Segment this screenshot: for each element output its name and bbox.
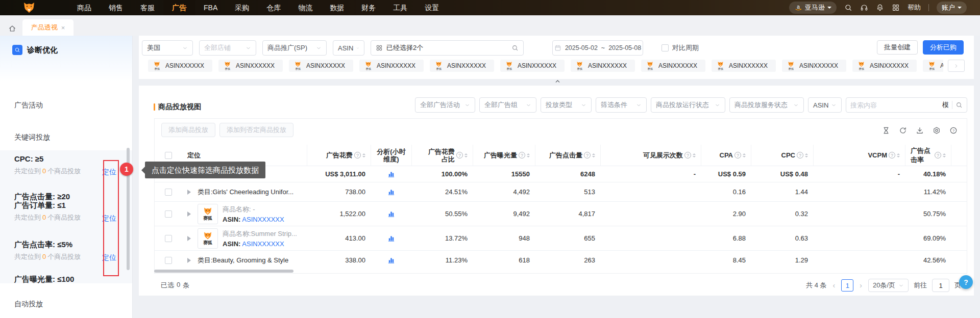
account-menu[interactable]: 账户: [937, 2, 967, 14]
add-negative-targeting-button[interactable]: 添加到否定商品投放: [219, 123, 293, 137]
nav-item-advertising[interactable]: 广告: [163, 0, 195, 15]
locate-link[interactable]: 定位: [102, 214, 116, 223]
asin-link[interactable]: ASINXXXXXX: [242, 216, 284, 223]
select-all-checkbox[interactable]: [165, 152, 172, 159]
nav-item-purchasing[interactable]: 采购: [226, 0, 258, 15]
row-checkbox[interactable]: [165, 235, 172, 242]
nav-item-sales[interactable]: 销售: [100, 0, 132, 15]
nav-item-tools[interactable]: 工具: [384, 0, 416, 15]
date-range-picker[interactable]: 2025-05-02 ~ 2025-05-08: [552, 40, 643, 56]
asin-chip[interactable]: 赛狐ASINXXXXXX: [430, 60, 494, 72]
batch-create-button[interactable]: 批量创建: [877, 40, 918, 55]
analyze-purchased-button[interactable]: 分析已购: [923, 40, 964, 55]
asin-chip[interactable]: 赛狐ASINXXXXXX: [571, 60, 635, 72]
sort-icon[interactable]: [592, 153, 595, 157]
expand-row-icon[interactable]: [187, 236, 193, 241]
shop-select[interactable]: 全部店铺: [199, 40, 256, 56]
search-input[interactable]: [850, 101, 939, 109]
close-icon[interactable]: ×: [61, 24, 65, 31]
asin-chip[interactable]: 赛狐ASINXXXXXX: [359, 60, 424, 72]
next-page-button[interactable]: ›: [859, 281, 863, 289]
expand-row-icon[interactable]: [187, 211, 193, 217]
asin-chip[interactable]: 赛狐ASINXXXXXX: [500, 60, 565, 72]
page-size-select[interactable]: 20条/页: [868, 279, 909, 292]
filter-criteria-select[interactable]: 筛选条件: [596, 97, 647, 113]
sort-icon[interactable]: [805, 153, 808, 157]
sort-icon[interactable]: [693, 153, 696, 157]
current-page-button[interactable]: 1: [841, 279, 853, 292]
chips-next-button[interactable]: [948, 60, 965, 72]
goto-page-input[interactable]: [932, 279, 949, 292]
notifications-bell-icon[interactable]: [876, 4, 884, 12]
asin-selected-box[interactable]: 已经选择2个: [371, 40, 524, 56]
asin-chip[interactable]: 赛狐ASINXXXXXX: [641, 60, 705, 72]
nav-item-warehouse[interactable]: 仓库: [258, 0, 289, 15]
add-product-targeting-button[interactable]: 添加商品投放: [161, 123, 215, 137]
nav-item-logistics[interactable]: 物流: [289, 0, 321, 15]
collapse-filterbar-notch[interactable]: [551, 78, 564, 85]
hourly-chart-icon[interactable]: [387, 170, 395, 178]
sort-icon[interactable]: [743, 153, 746, 157]
nav-item-products[interactable]: 商品: [68, 0, 100, 15]
hourly-chart-icon[interactable]: [387, 234, 395, 242]
help-fab-button[interactable]: ?: [959, 275, 973, 289]
row-checkbox[interactable]: [165, 257, 172, 264]
nav-item-fba[interactable]: FBA: [195, 0, 226, 15]
help-question-icon[interactable]: [949, 126, 958, 135]
home-icon[interactable]: [8, 24, 16, 33]
asin-chip[interactable]: 赛狐ASINXXXXXX: [923, 60, 943, 72]
asin-chip[interactable]: 赛狐ASINXXXXXX: [712, 60, 776, 72]
support-headset-icon[interactable]: [860, 4, 868, 12]
sort-icon[interactable]: [897, 153, 900, 157]
column-settings-gear-icon[interactable]: [933, 126, 941, 135]
nav-item-finance[interactable]: 财务: [353, 0, 384, 15]
search-icon[interactable]: [955, 101, 963, 109]
compare-checkbox[interactable]: [662, 44, 669, 51]
nav-item-data[interactable]: 数据: [321, 0, 353, 15]
ad-group-select[interactable]: 全部广告组: [479, 97, 536, 113]
hourly-chart-icon[interactable]: [387, 256, 395, 264]
country-select[interactable]: 美国: [142, 40, 193, 56]
sidebar-item-campaigns[interactable]: 广告活动: [14, 99, 43, 111]
asin-chip[interactable]: 赛狐ASINXXXXXX: [782, 60, 846, 72]
compare-period-option[interactable]: 对比周期: [662, 43, 699, 52]
sort-icon[interactable]: [943, 153, 946, 157]
row-checkbox[interactable]: [165, 210, 172, 218]
asin-chip[interactable]: 赛狐ASINXXXXXX: [218, 60, 283, 72]
nav-item-settings[interactable]: 设置: [416, 0, 448, 15]
locate-link[interactable]: 定位: [102, 168, 116, 177]
fuzzy-mode-toggle[interactable]: 模: [942, 100, 949, 110]
apps-grid-icon[interactable]: [892, 4, 900, 12]
search-field-select[interactable]: ASIN: [808, 97, 842, 113]
sidebar-item-keyword-targeting[interactable]: 关键词投放: [14, 131, 50, 143]
serving-status-select[interactable]: 商品投放服务状态: [729, 97, 804, 113]
hourly-chart-icon[interactable]: [387, 188, 395, 196]
locate-link[interactable]: 定位: [102, 253, 116, 262]
refresh-icon[interactable]: [899, 126, 907, 135]
asin-chip[interactable]: 赛狐ASINXXXXXX: [148, 60, 212, 72]
match-type-select[interactable]: ASIN: [333, 40, 364, 56]
row-checkbox[interactable]: [165, 189, 172, 196]
horizontal-scrollbar[interactable]: [154, 270, 293, 273]
nav-item-service[interactable]: 客服: [132, 0, 163, 15]
sort-icon[interactable]: [362, 153, 365, 157]
marketplace-switcher[interactable]: 亚马逊: [789, 2, 837, 14]
campaign-type-select[interactable]: 商品推广(SP): [262, 40, 327, 56]
tab-product-perspective[interactable]: 产品透视 ×: [22, 19, 74, 36]
hourly-chart-icon[interactable]: [387, 210, 395, 218]
targeting-type-select[interactable]: 投放类型: [541, 97, 592, 113]
history-hourglass-icon[interactable]: [882, 126, 890, 135]
asin-chip[interactable]: 赛狐ASINXXXXXX: [852, 60, 917, 72]
running-status-select[interactable]: 商品投放运行状态: [651, 97, 725, 113]
sort-icon[interactable]: [527, 153, 530, 157]
sort-icon[interactable]: [464, 153, 468, 157]
asin-link[interactable]: ASINXXXXXX: [242, 240, 284, 248]
download-icon[interactable]: [916, 126, 924, 135]
search-icon[interactable]: [844, 4, 852, 12]
sidebar-item-auto-targeting[interactable]: 自动投放: [14, 298, 43, 310]
search-icon[interactable]: [511, 44, 519, 51]
asin-chip[interactable]: 赛狐ASINXXXXXX: [289, 60, 353, 72]
prev-page-button[interactable]: ‹: [832, 281, 837, 289]
expand-row-icon[interactable]: [187, 190, 193, 195]
campaign-select[interactable]: 全部广告活动: [415, 97, 475, 113]
